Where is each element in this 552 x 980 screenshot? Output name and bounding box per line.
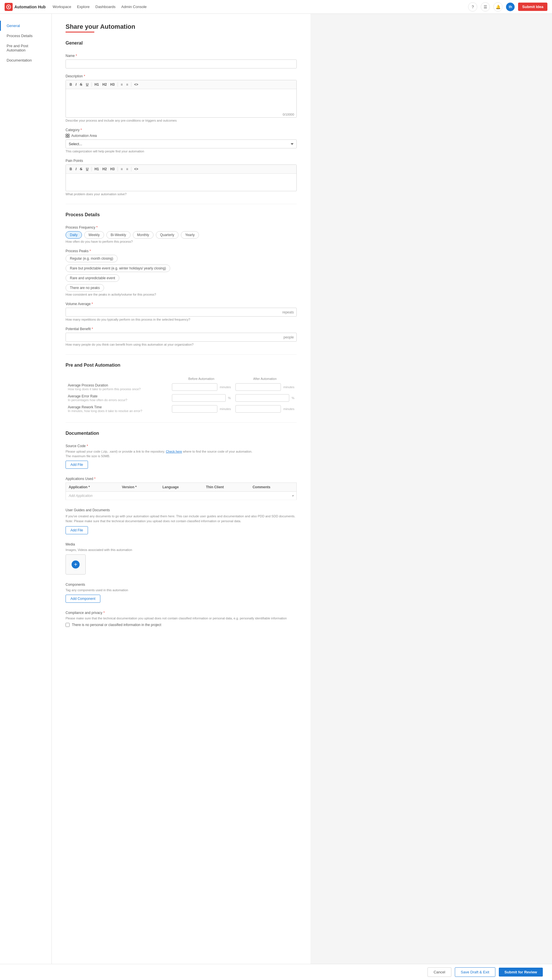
rte-bold[interactable]: B [68, 82, 73, 88]
chip-regular[interactable]: Regular (e.g. month closing) [65, 255, 118, 262]
benefit-suffix: people [283, 335, 294, 339]
rework-before-suffix: minutes [218, 407, 231, 410]
nav-explore[interactable]: Explore [77, 5, 90, 9]
source-code-section: Source Code * Please upload your code (.… [65, 444, 297, 469]
cancel-button[interactable]: Cancel [428, 967, 451, 977]
media-upload-box[interactable]: + [65, 554, 86, 574]
sidebar-item-process-details[interactable]: Process Details [0, 31, 51, 41]
description-field-group: Description * B I S̶ U H1 H2 H3 ≡ [65, 74, 297, 122]
rte-h2[interactable]: H2 [101, 82, 108, 88]
bell-icon-button[interactable]: 🔔 [493, 2, 503, 11]
process-duration-hint: How long does it take to perform this pr… [68, 387, 167, 391]
add-file-button-1[interactable]: Add File [65, 461, 88, 469]
pp-rte-divider-1 [91, 167, 92, 171]
rte-italic[interactable]: I [74, 82, 78, 88]
pain-points-rte-toolbar: B I S̶ U H1 H2 H3 ≡ ≡ <> [66, 165, 296, 174]
applications-table: Application * Version * Language Thin Cl… [65, 482, 297, 500]
svg-rect-4 [68, 136, 69, 137]
submit-for-review-button[interactable]: Submit for Review [499, 967, 543, 977]
frequency-hint: How often do you have to perform this pr… [65, 240, 297, 243]
chip-weekly[interactable]: Weekly [84, 231, 104, 239]
pp-rte-h1[interactable]: H1 [93, 166, 100, 172]
compliance-checkbox[interactable] [65, 623, 70, 627]
frequency-chips: Daily Weekly Bi-Weekly Monthly Quarterly… [65, 231, 297, 239]
rte-divider-2 [118, 82, 118, 87]
add-file-button-2[interactable]: Add File [65, 526, 88, 534]
chip-monthly[interactable]: Monthly [133, 231, 154, 239]
logo[interactable]: Automation Hub [5, 3, 46, 11]
chip-quarterly[interactable]: Quarterly [156, 231, 178, 239]
list-icon-button[interactable]: ☰ [481, 2, 490, 11]
volume-input[interactable] [65, 308, 297, 317]
pp-rte-code[interactable]: <> [133, 166, 140, 172]
rework-after-input[interactable] [235, 405, 281, 413]
rte-ordered-list[interactable]: ≡ [119, 82, 124, 88]
frequency-field-group: Process Frequency * Daily Weekly Bi-Week… [65, 226, 297, 243]
pp-rte-bold[interactable]: B [68, 166, 73, 172]
user-avatar[interactable]: th [506, 3, 515, 11]
description-hint: Describe your process and include any pr… [65, 119, 297, 122]
pp-rte-underline[interactable]: U [84, 166, 90, 172]
col-after: After Automation [233, 376, 297, 382]
applications-used-section: Applications Used * Application * Versio… [65, 477, 297, 500]
sidebar-item-pre-post[interactable]: Pre and Post Automation [0, 41, 51, 55]
rte-unordered-list[interactable]: ≡ [125, 82, 130, 88]
sidebar-item-documentation[interactable]: Documentation [0, 55, 51, 65]
pp-rte-h3[interactable]: H3 [109, 166, 116, 172]
description-char-count: 0/10000 [66, 112, 296, 117]
submit-idea-button[interactable]: Submit Idea [518, 3, 547, 11]
frequency-label: Process Frequency * [65, 226, 297, 229]
pp-rte-italic[interactable]: I [74, 166, 78, 172]
source-code-check-here-link[interactable]: Check here [166, 450, 182, 453]
nav-dashboards[interactable]: Dashboards [95, 5, 116, 9]
save-draft-button[interactable]: Save Draft & Exit [455, 967, 495, 977]
section-pre-post: Pre and Post Automation Before Automatio… [65, 363, 297, 414]
description-rte: B I S̶ U H1 H2 H3 ≡ ≡ <> [65, 80, 297, 118]
media-plus-icon: + [72, 560, 80, 568]
table-row: Average Rework Time In minutes, how long… [65, 403, 297, 414]
name-input[interactable] [65, 59, 297, 68]
section-general: General Name * Description * B I [65, 41, 297, 196]
help-icon-button[interactable]: ? [468, 2, 477, 11]
pp-rte-h2[interactable]: H2 [101, 166, 108, 172]
sidebar-item-general[interactable]: General [0, 21, 51, 31]
chip-rare-predictable[interactable]: Rare but predictable event (e.g. winter … [65, 264, 170, 272]
add-component-button[interactable]: Add Component [65, 595, 100, 603]
nav-workspace[interactable]: Workspace [52, 5, 71, 9]
error-rate-label: Average Error Rate [68, 394, 167, 398]
rte-underline[interactable]: U [84, 82, 90, 88]
rte-h1[interactable]: H1 [93, 82, 100, 88]
pp-rte-unordered-list[interactable]: ≡ [125, 166, 130, 172]
page-title: Share your Automation [65, 23, 297, 30]
pain-points-rte: B I S̶ U H1 H2 H3 ≡ ≡ <> [65, 164, 297, 191]
pain-points-rte-body[interactable] [66, 174, 296, 191]
svg-rect-1 [66, 134, 67, 135]
media-hint: Images, Videos associated with this auto… [65, 548, 297, 552]
chip-bi-weekly[interactable]: Bi-Weekly [107, 231, 130, 239]
rte-code[interactable]: <> [133, 82, 140, 88]
duration-after-input[interactable] [235, 383, 281, 391]
chip-no-peaks[interactable]: There are no peaks [65, 284, 104, 291]
name-required: * [76, 54, 77, 58]
error-after-input[interactable] [235, 394, 289, 402]
source-code-hint: Please upload your code (.zip, .xaml) or… [65, 450, 297, 453]
compliance-checkbox-label: There is no personal or classified infor… [72, 623, 161, 627]
category-select[interactable]: Select... [65, 140, 297, 148]
duration-before-input[interactable] [172, 383, 218, 391]
rte-strikethrough[interactable]: S̶ [78, 82, 84, 88]
rework-before-input[interactable] [172, 405, 218, 413]
chip-daily[interactable]: Daily [65, 231, 82, 239]
rework-hint: In minutes, how long does it take to res… [68, 409, 167, 413]
chip-rare-unpredictable[interactable]: Rare and unpredictable event [65, 274, 119, 282]
error-before-input[interactable] [172, 394, 226, 402]
pp-rte-strikethrough[interactable]: S̶ [78, 166, 84, 172]
nav-admin-console[interactable]: Admin Console [121, 5, 146, 9]
benefit-input[interactable] [65, 333, 297, 342]
duration-after-suffix: minutes [282, 385, 294, 389]
pp-rte-ordered-list[interactable]: ≡ [119, 166, 124, 172]
app-col-comments: Comments [250, 483, 296, 492]
description-rte-body[interactable] [66, 89, 296, 112]
rework-after-suffix: minutes [282, 407, 294, 410]
chip-yearly[interactable]: Yearly [181, 231, 199, 239]
rte-h3[interactable]: H3 [109, 82, 116, 88]
